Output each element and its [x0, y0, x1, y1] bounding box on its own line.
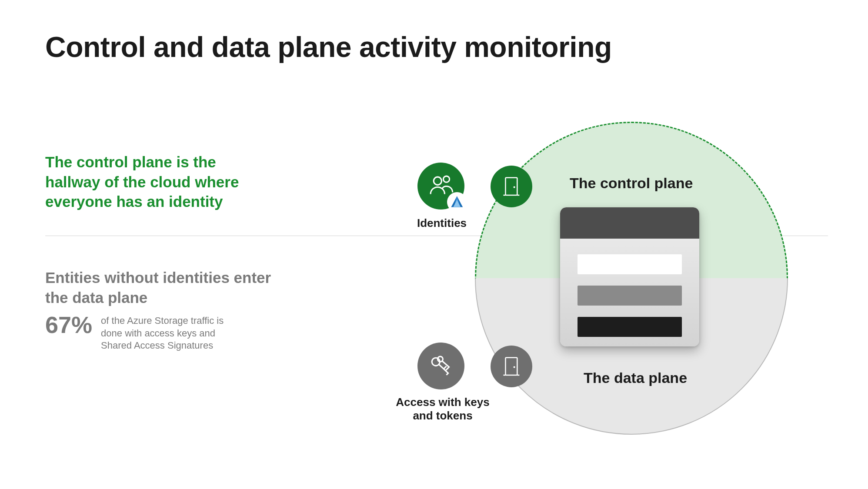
slide: Control and data plane activity monitori… — [0, 0, 868, 489]
control-plane-description: The control plane is the hallway of the … — [45, 152, 263, 212]
svg-rect-9 — [506, 358, 517, 375]
identities-caption: Identities — [415, 216, 469, 230]
stat-value: 67% — [45, 313, 92, 336]
svg-point-10 — [514, 366, 515, 368]
data-door-icon — [491, 346, 532, 387]
data-plane-label: The data plane — [584, 369, 687, 386]
keys-icon — [417, 343, 464, 389]
resource-row-2 — [578, 286, 682, 306]
data-plane-heading: Entities without identities enter the da… — [45, 268, 271, 307]
keys-caption: Access with keys and tokens — [395, 396, 491, 422]
resource-row-1 — [578, 254, 682, 274]
control-plane-label: The control plane — [570, 175, 693, 192]
svg-point-0 — [434, 177, 441, 185]
svg-rect-5 — [506, 178, 517, 195]
resource-panel-body — [560, 239, 699, 337]
stat-row: 67% of the Azure Storage traffic is done… — [45, 313, 240, 352]
stat-caption: of the Azure Storage traffic is done wit… — [101, 313, 240, 352]
svg-point-1 — [443, 176, 449, 182]
page-title: Control and data plane activity monitori… — [45, 30, 612, 63]
resource-panel-header — [560, 207, 699, 239]
svg-point-6 — [514, 186, 515, 188]
control-door-icon — [491, 166, 532, 207]
resource-panel — [560, 207, 699, 346]
aad-badge-icon — [448, 193, 466, 211]
resource-row-3 — [578, 317, 682, 337]
